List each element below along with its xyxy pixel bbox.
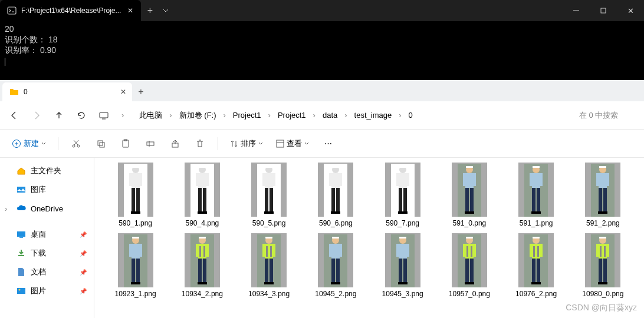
file-item[interactable]: 10934_2.png xyxy=(170,233,234,298)
file-item[interactable]: 590_5.png xyxy=(238,163,301,227)
sidebar-item-pictures[interactable]: 图片 📌 xyxy=(0,281,94,300)
sidebar-item-onedrive[interactable]: › OneDrive xyxy=(0,199,94,218)
sidebar-item-documents[interactable]: 文档 📌 xyxy=(0,263,94,281)
file-thumbnail xyxy=(118,163,153,217)
svg-rect-80 xyxy=(465,211,469,214)
svg-rect-132 xyxy=(265,259,268,282)
chevron-right-icon[interactable]: › xyxy=(222,111,227,120)
file-item[interactable]: 591_1.png xyxy=(505,163,568,227)
svg-rect-143 xyxy=(336,259,340,282)
svg-rect-100 xyxy=(598,211,603,214)
new-tab-button[interactable]: + xyxy=(132,82,150,101)
file-grid[interactable]: 590_1.png 590_4.png 590_5.png xyxy=(94,158,644,318)
file-item[interactable]: 10923_1.png xyxy=(104,233,167,298)
file-item[interactable]: 591_0.png xyxy=(438,163,501,227)
svg-rect-164 xyxy=(465,259,469,282)
file-thumbnail xyxy=(518,233,554,287)
explorer-tab[interactable]: 0 ✕ xyxy=(2,82,132,101)
chevron-right-icon[interactable]: › xyxy=(120,111,125,120)
svg-rect-0 xyxy=(8,7,16,14)
monitor-icon[interactable] xyxy=(98,110,110,121)
cut-button[interactable] xyxy=(65,135,87,153)
svg-rect-15 xyxy=(277,140,284,147)
breadcrumb-item[interactable]: 新加卷 (F:) xyxy=(176,109,220,122)
back-button[interactable] xyxy=(8,110,20,121)
forward-button[interactable] xyxy=(31,110,42,121)
console-titlebar[interactable]: F:\Project1\x64\Release\Proje... ✕ + ✕ xyxy=(0,0,644,21)
svg-rect-167 xyxy=(469,282,474,284)
sidebar-item-gallery[interactable]: 图库 xyxy=(0,180,94,199)
file-item[interactable]: 10980_0.png xyxy=(571,233,635,298)
sidebar-item-desktop[interactable]: 桌面 📌 xyxy=(0,225,94,244)
svg-rect-84 xyxy=(533,166,540,168)
svg-rect-50 xyxy=(264,211,269,214)
chevron-right-icon[interactable]: › xyxy=(267,111,272,120)
svg-rect-154 xyxy=(398,282,403,284)
file-thumbnail xyxy=(318,163,353,217)
file-name: 590_1.png xyxy=(119,219,152,227)
sidebar-item-home[interactable]: 主文件夹 xyxy=(0,161,94,180)
sidebar-item-downloads[interactable]: 下载 📌 xyxy=(0,244,94,263)
new-tab-button[interactable]: + xyxy=(141,0,159,21)
up-button[interactable] xyxy=(53,110,65,121)
svg-rect-67 xyxy=(407,173,409,186)
close-icon[interactable]: ✕ xyxy=(119,88,127,96)
file-thumbnail xyxy=(585,233,620,287)
minimize-button[interactable] xyxy=(563,0,590,21)
svg-rect-188 xyxy=(599,259,602,282)
breadcrumb-item[interactable]: data xyxy=(319,110,341,121)
svg-rect-30 xyxy=(131,211,136,214)
rename-button[interactable] xyxy=(140,135,161,153)
svg-rect-97 xyxy=(607,173,609,186)
delete-button[interactable] xyxy=(189,135,211,153)
svg-rect-12 xyxy=(147,142,154,145)
file-thumbnail xyxy=(251,233,287,287)
sort-button[interactable]: 排序 xyxy=(225,135,268,153)
more-button[interactable]: ⋯ xyxy=(317,135,339,153)
breadcrumb-item[interactable]: Project1 xyxy=(229,110,265,121)
chevron-right-icon[interactable]: › xyxy=(343,111,348,120)
file-item[interactable]: 591_2.png xyxy=(571,163,635,227)
breadcrumb-item[interactable]: test_image xyxy=(351,110,396,121)
share-button[interactable] xyxy=(165,135,186,153)
chevron-right-icon[interactable]: › xyxy=(397,111,402,120)
svg-rect-85 xyxy=(532,173,540,188)
svg-rect-155 xyxy=(403,282,408,284)
file-item[interactable]: 10957_0.png xyxy=(438,233,501,298)
breadcrumb-item[interactable]: Project1 xyxy=(274,110,310,121)
file-item[interactable]: 590_7.png xyxy=(371,163,434,227)
file-item[interactable]: 10945_2.png xyxy=(304,233,367,298)
file-item[interactable]: 10976_2.png xyxy=(505,233,568,298)
svg-rect-75 xyxy=(465,173,474,188)
svg-rect-18 xyxy=(17,231,25,237)
breadcrumb-item[interactable]: 0 xyxy=(405,110,416,121)
svg-rect-46 xyxy=(262,173,265,186)
maximize-button[interactable] xyxy=(590,0,617,21)
chevron-right-icon[interactable]: › xyxy=(312,111,317,120)
console-tab[interactable]: F:\Project1\x64\Release\Proje... ✕ xyxy=(0,0,141,21)
svg-rect-104 xyxy=(132,237,139,238)
view-button[interactable]: 查看 xyxy=(271,135,314,153)
chevron-right-icon[interactable]: › xyxy=(168,111,173,120)
file-name: 591_0.png xyxy=(453,219,487,227)
file-name: 10923_1.png xyxy=(115,290,156,298)
breadcrumb-item[interactable]: 此电脑 xyxy=(136,109,166,122)
file-item[interactable]: 590_1.png xyxy=(104,163,167,227)
file-item[interactable]: 10945_3.png xyxy=(371,233,434,298)
svg-rect-126 xyxy=(265,237,272,238)
file-item[interactable]: 590_6.png xyxy=(304,163,367,227)
copy-button[interactable] xyxy=(90,135,111,153)
file-item[interactable]: 590_4.png xyxy=(170,163,234,227)
chevron-right-icon[interactable]: › xyxy=(5,204,12,213)
close-window-button[interactable]: ✕ xyxy=(617,0,644,21)
search-input[interactable]: 在 0 中搜索 xyxy=(577,108,636,123)
close-icon[interactable]: ✕ xyxy=(126,6,135,15)
paste-button[interactable] xyxy=(115,135,136,153)
svg-rect-135 xyxy=(269,282,274,284)
refresh-button[interactable] xyxy=(75,110,87,121)
new-button[interactable]: 新建 xyxy=(7,135,51,153)
svg-rect-189 xyxy=(603,259,607,282)
tab-dropdown-icon[interactable] xyxy=(159,0,173,21)
file-item[interactable]: 10934_3.png xyxy=(238,233,301,298)
console-output[interactable]: 20 识别个数： 18 识别率： 0.90 xyxy=(0,21,644,80)
